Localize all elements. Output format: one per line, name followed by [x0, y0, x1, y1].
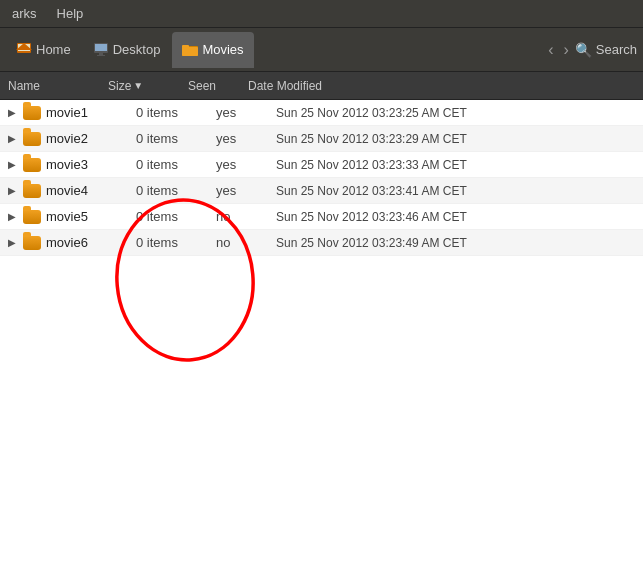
- tab-desktop-label: Desktop: [113, 42, 161, 57]
- menu-help[interactable]: Help: [53, 4, 88, 23]
- menubar: arks Help: [0, 0, 643, 28]
- cell-seen: no: [216, 209, 276, 224]
- expand-arrow[interactable]: ▶: [8, 159, 20, 170]
- folder-icon: [22, 130, 42, 148]
- file-list: ▶ movie1 0 items yes Sun 25 Nov 2012 03:…: [0, 100, 643, 573]
- cell-date: Sun 25 Nov 2012 03:23:41 AM CET: [276, 184, 635, 198]
- cell-size: 0 items: [136, 235, 216, 250]
- table-row[interactable]: ▶ movie6 0 items no Sun 25 Nov 2012 03:2…: [0, 230, 643, 256]
- col-size-header[interactable]: Size ▼: [108, 79, 188, 93]
- folder-icon: [22, 104, 42, 122]
- cell-date: Sun 25 Nov 2012 03:23:25 AM CET: [276, 106, 635, 120]
- tab-home[interactable]: Home: [6, 32, 81, 68]
- cell-seen: yes: [216, 105, 276, 120]
- table-row[interactable]: ▶ movie5 0 items no Sun 25 Nov 2012 03:2…: [0, 204, 643, 230]
- cell-size: 0 items: [136, 105, 216, 120]
- cell-name: movie5: [46, 209, 136, 224]
- col-seen-header[interactable]: Seen: [188, 79, 248, 93]
- cell-size: 0 items: [136, 183, 216, 198]
- cell-seen: yes: [216, 183, 276, 198]
- toolbar: Home Desktop Movies ‹ › �: [0, 28, 643, 72]
- col-name-header[interactable]: Name: [8, 79, 108, 93]
- cell-size: 0 items: [136, 157, 216, 172]
- forward-button[interactable]: ›: [559, 39, 572, 61]
- cell-seen: yes: [216, 131, 276, 146]
- table-row[interactable]: ▶ movie3 0 items yes Sun 25 Nov 2012 03:…: [0, 152, 643, 178]
- cell-name: movie4: [46, 183, 136, 198]
- cell-name: movie1: [46, 105, 136, 120]
- expand-arrow[interactable]: ▶: [8, 211, 20, 222]
- search-label[interactable]: Search: [596, 42, 637, 57]
- svg-rect-5: [99, 53, 103, 55]
- table-row[interactable]: ▶ movie2 0 items yes Sun 25 Nov 2012 03:…: [0, 126, 643, 152]
- column-headers: Name Size ▼ Seen Date Modified: [0, 72, 643, 100]
- svg-rect-4: [95, 44, 107, 51]
- cell-date: Sun 25 Nov 2012 03:23:49 AM CET: [276, 236, 635, 250]
- cell-size: 0 items: [136, 209, 216, 224]
- cell-size: 0 items: [136, 131, 216, 146]
- tab-home-label: Home: [36, 42, 71, 57]
- cell-name: movie6: [46, 235, 136, 250]
- cell-date: Sun 25 Nov 2012 03:23:46 AM CET: [276, 210, 635, 224]
- cell-date: Sun 25 Nov 2012 03:23:33 AM CET: [276, 158, 635, 172]
- search-area[interactable]: 🔍 Search: [575, 42, 637, 58]
- folder-icon: [22, 182, 42, 200]
- main-area: Name Size ▼ Seen Date Modified ▶ movie1 …: [0, 72, 643, 573]
- table-row[interactable]: ▶ movie4 0 items yes Sun 25 Nov 2012 03:…: [0, 178, 643, 204]
- tab-movies[interactable]: Movies: [172, 32, 253, 68]
- back-button[interactable]: ‹: [544, 39, 557, 61]
- folder-icon: [22, 234, 42, 252]
- home-icon: [16, 42, 32, 58]
- search-icon: 🔍: [575, 42, 592, 58]
- svg-rect-6: [97, 55, 105, 56]
- expand-arrow[interactable]: ▶: [8, 133, 20, 144]
- expand-arrow[interactable]: ▶: [8, 107, 20, 118]
- expand-arrow[interactable]: ▶: [8, 237, 20, 248]
- cell-name: movie2: [46, 131, 136, 146]
- cell-date: Sun 25 Nov 2012 03:23:29 AM CET: [276, 132, 635, 146]
- cell-name: movie3: [46, 157, 136, 172]
- svg-rect-8: [182, 47, 198, 56]
- size-sort-arrow: ▼: [133, 80, 143, 91]
- cell-seen: yes: [216, 157, 276, 172]
- tab-desktop[interactable]: Desktop: [83, 32, 171, 68]
- expand-arrow[interactable]: ▶: [8, 185, 20, 196]
- tab-movies-label: Movies: [202, 42, 243, 57]
- folder-icon: [22, 208, 42, 226]
- movies-folder-icon: [182, 42, 198, 58]
- col-date-header[interactable]: Date Modified: [248, 79, 635, 93]
- nav-arrows: ‹ ›: [544, 39, 573, 61]
- svg-rect-9: [182, 45, 189, 48]
- folder-icon: [22, 156, 42, 174]
- table-row[interactable]: ▶ movie1 0 items yes Sun 25 Nov 2012 03:…: [0, 100, 643, 126]
- desktop-icon: [93, 42, 109, 58]
- menu-marks[interactable]: arks: [8, 4, 41, 23]
- cell-seen: no: [216, 235, 276, 250]
